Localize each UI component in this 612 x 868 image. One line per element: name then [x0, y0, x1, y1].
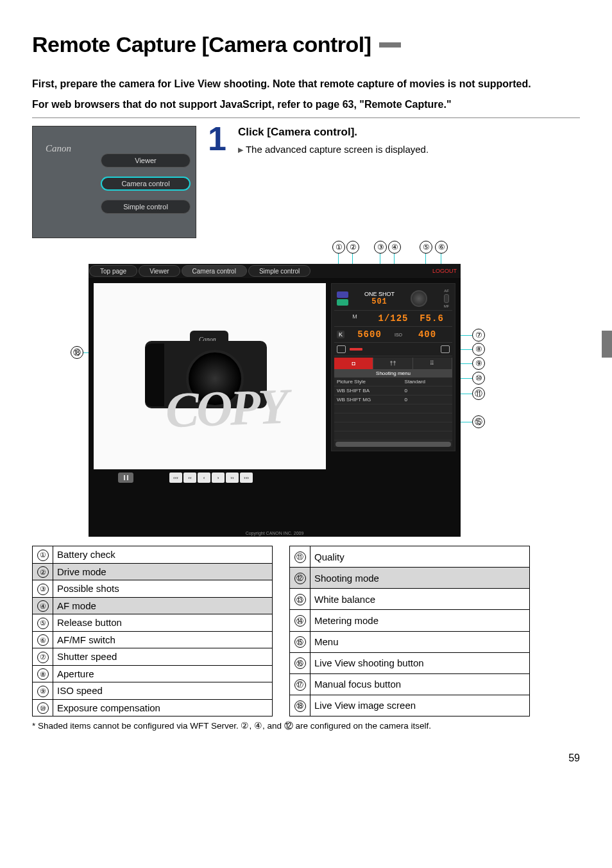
quality-icon[interactable]: [441, 345, 450, 353]
legend-row: ⑧Aperture: [33, 665, 273, 682]
control-panel: ONE SHOT 501 AF MF M 1/125 F5.6: [331, 283, 455, 451]
callout-6: ⑥: [435, 241, 448, 254]
title-decoration: [379, 42, 401, 48]
legend-index: ⑦: [33, 648, 53, 666]
step-heading: Click [Camera control].: [238, 126, 580, 139]
legend-table-right: ⑪Quality⑫Shooting mode⑬White balance⑭Met…: [289, 546, 530, 716]
thumbnail-brand-text: Canon: [46, 143, 71, 154]
focus-far-3[interactable]: ‹‹‹: [169, 473, 182, 483]
white-balance-value[interactable]: 5600: [347, 329, 392, 340]
legend-table-left: ①Battery check②Drive mode③Possible shots…: [32, 546, 273, 716]
wb-k-badge: K: [337, 331, 344, 338]
legend-text: AF mode: [53, 597, 273, 614]
drive-mode-icon: [337, 291, 348, 298]
legend-index: ③: [33, 580, 53, 598]
thumbnail-camera-control-button[interactable]: Camera control: [101, 177, 191, 191]
menu-tab-row: ◘ †† ⠿: [334, 358, 452, 369]
focus-near-1[interactable]: ›: [212, 473, 225, 483]
exposure-comp-indicator[interactable]: [350, 348, 362, 351]
page-number: 59: [568, 752, 580, 764]
callout-7: ⑦: [472, 329, 485, 342]
tab-top-page[interactable]: Top page: [89, 265, 137, 277]
legend-row: ⑦Shutter speed: [33, 648, 273, 666]
menu-tab-camera-icon[interactable]: ◘: [334, 358, 373, 369]
legend-row: ⑤Release button: [33, 614, 273, 632]
menu-item-value: 0: [405, 397, 407, 403]
triangle-bullet-icon: ▶: [238, 146, 243, 154]
main-screenshot: Top page Viewer Camera control Simple co…: [89, 264, 461, 537]
callout-18: ⑱: [71, 346, 83, 359]
legend-text: Shooting mode: [310, 568, 530, 589]
legend-text: ISO speed: [53, 682, 273, 700]
menu-tab-3[interactable]: ⠿: [413, 358, 452, 369]
tab-simple-control[interactable]: Simple control: [248, 265, 310, 277]
shooting-menu-list: Picture Style Standard WB SHIFT BA 0 WB …: [334, 378, 452, 447]
logout-link[interactable]: LOGOUT: [432, 268, 457, 274]
callout-8: ⑧: [472, 343, 485, 356]
legend-row: ⑥AF/MF switch: [33, 631, 273, 648]
focus-near-3[interactable]: ›››: [240, 473, 253, 483]
metering-mode-icon[interactable]: [337, 345, 346, 353]
live-view-pause-button[interactable]: [118, 473, 133, 483]
legend-text: Shutter speed: [53, 648, 273, 666]
tab-viewer[interactable]: Viewer: [139, 265, 180, 277]
legend-row: ②Drive mode: [33, 563, 273, 580]
possible-shots-value: 501: [364, 297, 395, 306]
release-button[interactable]: [411, 290, 427, 307]
menu-item-value: 0: [405, 388, 407, 394]
legend-index: ⑥: [33, 631, 53, 648]
legend-tables: ①Battery check②Drive mode③Possible shots…: [32, 546, 580, 716]
af-mf-switch[interactable]: AF MF: [443, 289, 450, 308]
legend-text: Live View image screen: [310, 695, 530, 716]
step-number: 1: [208, 126, 226, 153]
legend-row: ④AF mode: [33, 597, 273, 614]
intro-paragraph-1: First, prepare the camera for Live View …: [32, 76, 580, 92]
legend-row: ⑮Menu: [290, 631, 530, 652]
menu-tab-2[interactable]: ††: [373, 358, 412, 369]
legend-text: Menu: [310, 631, 530, 652]
footnote: * Shaded items cannot be configured via …: [32, 720, 580, 732]
callout-11: ⑪: [472, 387, 485, 400]
callout-9: ⑨: [472, 357, 485, 370]
af-mode-value: ONE SHOT: [364, 291, 395, 297]
page-title: Remote Capture [Camera control]: [32, 32, 371, 57]
legend-index: ④: [33, 597, 53, 614]
menu-scrollbar[interactable]: [336, 442, 451, 447]
shooting-menu-title: Shooting menu: [334, 369, 452, 378]
shutter-speed-value[interactable]: 1/125: [375, 313, 411, 324]
callout-10: ⑩: [472, 372, 485, 385]
menu-item-label: Picture Style: [337, 379, 405, 385]
legend-index: ⑬: [290, 589, 310, 610]
iso-value[interactable]: 400: [405, 329, 450, 340]
focus-far-1[interactable]: ‹: [198, 473, 210, 483]
legend-row: ⑯Live View shooting button: [290, 652, 530, 673]
side-thumb-tab: [602, 331, 612, 358]
af-label: AF: [444, 289, 449, 293]
legend-row: ①Battery check: [33, 546, 273, 564]
camera-illustration: Canon: [145, 322, 267, 412]
legend-text: Manual focus button: [310, 673, 530, 695]
legend-index: ②: [33, 563, 53, 580]
menu-item-label: WB SHIFT MG: [337, 397, 405, 403]
legend-row: ⑨ISO speed: [33, 682, 273, 700]
menu-item-wb-shift-ba[interactable]: WB SHIFT BA 0: [334, 386, 452, 395]
thumbnail-viewer-button[interactable]: Viewer: [101, 153, 191, 168]
shooting-mode-indicator: M: [337, 313, 373, 324]
menu-item-picture-style[interactable]: Picture Style Standard: [334, 378, 452, 386]
step-bullet-text: The advanced capture screen is displayed…: [246, 144, 429, 155]
aperture-value[interactable]: F5.6: [414, 313, 450, 324]
section-divider: [32, 117, 580, 118]
iso-label: ISO: [395, 333, 402, 337]
legend-index: ⑩: [33, 699, 53, 716]
legend-text: Quality: [310, 546, 530, 568]
menu-item-wb-shift-mg[interactable]: WB SHIFT MG 0: [334, 395, 452, 404]
callout-3: ③: [374, 241, 387, 254]
focus-far-2[interactable]: ‹‹: [183, 473, 196, 483]
live-view-area: Canon: [94, 283, 326, 469]
tab-camera-control[interactable]: Camera control: [182, 265, 247, 277]
legend-row: ⑭Metering mode: [290, 610, 530, 631]
thumbnail-simple-control-button[interactable]: Simple control: [101, 200, 191, 214]
focus-near-2[interactable]: ››: [226, 473, 239, 483]
legend-row: ⑪Quality: [290, 546, 530, 568]
legend-text: Live View shooting button: [310, 652, 530, 673]
